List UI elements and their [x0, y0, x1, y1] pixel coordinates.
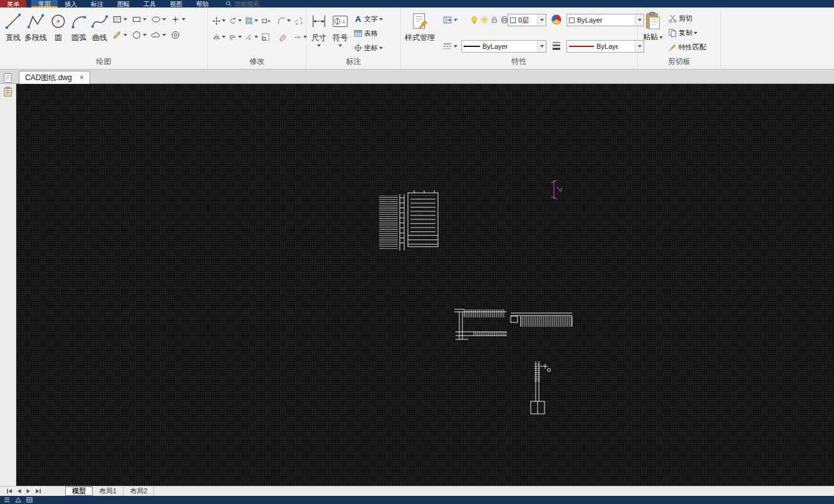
- donut-icon: [170, 30, 180, 40]
- next-layout-icon[interactable]: [26, 488, 31, 494]
- scale-icon: [261, 33, 271, 42]
- linetype-manager-button[interactable]: [441, 40, 459, 53]
- chevron-down-icon: [162, 18, 166, 21]
- linetype-select[interactable]: ByLayer: [461, 40, 546, 53]
- donut-button[interactable]: [169, 29, 187, 41]
- chevron-down-icon: [254, 36, 258, 38]
- svg-text:.1: .1: [341, 19, 345, 24]
- chevron-down-icon: [338, 44, 342, 47]
- layer-freeze-sun-button[interactable]: [480, 15, 489, 24]
- rectangle-button[interactable]: [130, 13, 148, 26]
- menu-tab-annotate[interactable]: 标注: [84, 0, 110, 8]
- cut-button[interactable]: 剪切: [667, 12, 707, 25]
- close-icon[interactable]: ×: [80, 74, 84, 81]
- search-icon: [226, 1, 232, 7]
- layer-panel-button[interactable]: [441, 14, 459, 26]
- color-select[interactable]: ByLayer: [566, 14, 644, 26]
- menu-tab-home[interactable]: 常用: [31, 0, 58, 8]
- coordinate-label: 坐标: [364, 43, 378, 53]
- function-search[interactable]: [226, 0, 291, 8]
- menu-tab-insert[interactable]: 插入: [58, 0, 84, 8]
- lineweight-icon[interactable]: [551, 41, 561, 51]
- chevron-down-icon: [379, 47, 383, 49]
- coordinate-button[interactable]: 坐标: [352, 41, 384, 54]
- revision-cloud-button[interactable]: [150, 29, 167, 41]
- chevron-down-icon: [143, 18, 147, 21]
- match-properties-button[interactable]: 特性匹配: [667, 41, 707, 54]
- first-layout-icon[interactable]: [6, 488, 13, 494]
- spline-button[interactable]: 曲线: [90, 8, 109, 43]
- status-grid-icon[interactable]: [26, 497, 33, 503]
- match-properties-label: 特性匹配: [679, 43, 706, 52]
- dimension-icon: [310, 12, 328, 31]
- palette-button-2[interactable]: [1, 85, 14, 98]
- copy-button[interactable]: 复制: [667, 26, 707, 39]
- menu-tab-view[interactable]: 视图: [163, 0, 189, 8]
- menu-root-button[interactable]: 菜单: [0, 0, 26, 8]
- chevron-down-icon: [222, 19, 226, 22]
- fillet-icon: [278, 16, 286, 26]
- table-button[interactable]: 表格: [352, 27, 384, 40]
- polygon-button[interactable]: [130, 29, 148, 41]
- hatch-button[interactable]: [111, 13, 128, 26]
- circle-button[interactable]: 圆: [49, 8, 68, 43]
- status-osnap-icon[interactable]: [15, 497, 21, 503]
- tab-layout2[interactable]: 布局2: [123, 486, 154, 496]
- style-manager-button[interactable]: 样式管理: [405, 8, 435, 43]
- erase-button[interactable]: [276, 29, 292, 44]
- trim-button[interactable]: [244, 29, 259, 44]
- rotate-button[interactable]: [227, 13, 243, 28]
- linetype-icon: [442, 41, 452, 51]
- drawing-cluster-column: [531, 361, 551, 414]
- group-label-modify: 修改: [208, 56, 306, 67]
- layer-lock-button[interactable]: [490, 15, 499, 24]
- lineweight-sample: [569, 46, 594, 47]
- paste-button[interactable]: 粘贴: [643, 8, 663, 43]
- symbol-button[interactable]: .1 符号: [331, 8, 350, 47]
- menu-tab-help[interactable]: 帮助: [189, 0, 216, 8]
- palette-button-1[interactable]: [1, 71, 14, 84]
- previous-layout-icon[interactable]: [16, 488, 22, 494]
- tab-model[interactable]: 模型: [65, 486, 93, 496]
- scale-button[interactable]: [260, 29, 276, 44]
- palette-sheet-icon: [3, 73, 13, 83]
- search-input[interactable]: [234, 1, 291, 8]
- arc-button[interactable]: 圆弧: [70, 8, 88, 43]
- ellipse-button[interactable]: [150, 13, 167, 26]
- ribbon-group-modify: 修改: [208, 8, 306, 69]
- menu-tab-tools[interactable]: 工具: [137, 0, 163, 8]
- color-value: ByLayer: [577, 16, 602, 24]
- model-space-canvas[interactable]: [16, 84, 834, 486]
- point-button[interactable]: [169, 13, 187, 26]
- mirror-button[interactable]: [211, 29, 227, 44]
- chevron-down-icon: [222, 36, 226, 38]
- tab-layout1[interactable]: 布局1: [93, 486, 123, 496]
- layer-select[interactable]: 0层: [508, 14, 546, 26]
- fillet-button[interactable]: [276, 13, 292, 28]
- lineweight-select[interactable]: ByLayer: [566, 40, 644, 53]
- status-menu-icon[interactable]: [4, 497, 10, 503]
- move-button[interactable]: [211, 13, 227, 28]
- layer-on-bulb-button[interactable]: [470, 15, 479, 24]
- color-swatch: [569, 18, 575, 23]
- polyline-button[interactable]: 多段线: [24, 8, 47, 43]
- last-layout-icon[interactable]: [35, 488, 41, 494]
- document-tab[interactable]: CAD图纸.dwg ×: [19, 71, 90, 84]
- drawing-cluster-section: [454, 309, 507, 339]
- layer-state-icons: [470, 15, 509, 24]
- menu-tab-sheet[interactable]: 图幅: [110, 0, 137, 8]
- color-wheel-icon[interactable]: [551, 14, 561, 24]
- dimension-button[interactable]: 尺寸: [310, 8, 328, 47]
- line-button[interactable]: 直线: [4, 8, 23, 43]
- rectangle-icon: [132, 14, 142, 24]
- stretch-button[interactable]: [260, 13, 276, 28]
- array-button[interactable]: [244, 13, 259, 28]
- offset-button[interactable]: [227, 29, 243, 44]
- spline-label: 曲线: [92, 33, 107, 43]
- trim-icon: [245, 33, 253, 42]
- chevron-down-icon: [123, 18, 127, 21]
- gradient-button[interactable]: [111, 29, 128, 41]
- text-button[interactable]: A 文字: [352, 13, 384, 26]
- copy-icon: [668, 28, 677, 38]
- layout-nav-buttons: [0, 488, 48, 494]
